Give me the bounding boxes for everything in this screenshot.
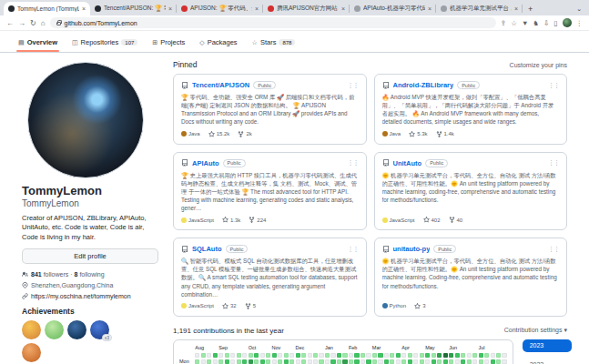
contribution-cell[interactable] bbox=[432, 359, 436, 364]
contribution-cell[interactable] bbox=[337, 353, 341, 358]
reload-icon[interactable]: ↻ bbox=[30, 19, 36, 27]
browser-tab[interactable]: APIJSON: 🏆 零代码、全功能…× bbox=[177, 2, 263, 15]
repo-name-link[interactable]: APIAuto bbox=[192, 159, 219, 167]
contribution-cell[interactable] bbox=[384, 353, 389, 358]
download-icon[interactable]: ⇩ bbox=[543, 19, 549, 27]
badge-arctic-code-vault[interactable] bbox=[67, 320, 86, 339]
edit-profile-button[interactable]: Edit profile bbox=[22, 248, 158, 264]
contribution-cell[interactable] bbox=[284, 359, 289, 364]
tab-close-icon[interactable]: × bbox=[428, 5, 432, 12]
contribution-cell[interactable] bbox=[372, 359, 377, 364]
contribution-cell[interactable] bbox=[330, 353, 335, 358]
badge-starstruck[interactable] bbox=[22, 320, 41, 339]
contribution-cell[interactable] bbox=[491, 353, 495, 358]
repo-name-link[interactable]: UnitAuto bbox=[393, 159, 422, 167]
contribution-cell[interactable] bbox=[337, 359, 341, 364]
tab-close-icon[interactable]: × bbox=[514, 5, 518, 12]
repo-forks[interactable]: 5 bbox=[245, 303, 256, 309]
repo-stars[interactable]: 1.3k bbox=[222, 217, 240, 223]
contribution-cell[interactable] bbox=[496, 359, 501, 364]
tab-packages[interactable]: ◇Packages bbox=[194, 35, 242, 52]
contribution-cell[interactable] bbox=[278, 359, 282, 364]
back-icon[interactable]: ← bbox=[6, 19, 14, 27]
contribution-cell[interactable] bbox=[260, 353, 265, 358]
repo-stars[interactable]: 32 bbox=[222, 303, 237, 309]
contribution-cell[interactable] bbox=[408, 353, 412, 358]
tab-overview[interactable]: ▤Overview bbox=[13, 35, 63, 52]
contribution-cell[interactable] bbox=[284, 353, 289, 358]
browser-menu-icon[interactable]: ⋮ bbox=[576, 19, 584, 27]
contribution-cell[interactable] bbox=[313, 353, 318, 358]
repo-name-link[interactable]: Tencent/APIJSON bbox=[192, 81, 249, 89]
contribution-cell[interactable] bbox=[502, 353, 506, 358]
contribution-cell[interactable] bbox=[218, 359, 223, 364]
contribution-cell[interactable] bbox=[502, 359, 506, 364]
badge-galaxy-brain[interactable]: x3 bbox=[90, 320, 109, 339]
contribution-cell[interactable] bbox=[354, 353, 359, 358]
tab-list-chevron-icon[interactable]: ⌄ bbox=[576, 5, 585, 13]
contribution-cell[interactable] bbox=[349, 359, 353, 364]
contribution-cell[interactable] bbox=[225, 359, 229, 364]
repo-name-link[interactable]: SQLAuto bbox=[192, 245, 222, 253]
contribution-cell[interactable] bbox=[266, 353, 270, 358]
contribution-cell[interactable] bbox=[384, 359, 389, 364]
contribution-cell[interactable] bbox=[401, 353, 406, 358]
contribution-cell[interactable] bbox=[325, 359, 330, 364]
contribution-cell[interactable] bbox=[449, 353, 453, 358]
contribution-cell[interactable] bbox=[266, 359, 270, 364]
contribution-cell[interactable] bbox=[260, 359, 265, 364]
contribution-cell[interactable] bbox=[249, 353, 253, 358]
browser-tab[interactable]: APIAuto-机器学习零代码接口…× bbox=[350, 2, 436, 15]
contribution-cell[interactable] bbox=[213, 353, 218, 358]
bookmark-star-icon[interactable]: ☆ bbox=[511, 19, 517, 27]
browser-tab[interactable]: TommyLemon (TommyLemon) ·× bbox=[4, 2, 90, 15]
contribution-cell[interactable] bbox=[472, 353, 477, 358]
contribution-cell[interactable] bbox=[361, 353, 365, 358]
contribution-cell[interactable] bbox=[484, 353, 489, 358]
tab-stars[interactable]: ☆Stars878 bbox=[247, 35, 301, 52]
contribution-cell[interactable] bbox=[325, 353, 330, 358]
home-icon[interactable]: ⌂ bbox=[41, 19, 46, 27]
contribution-cell[interactable] bbox=[254, 353, 259, 358]
contribution-cell[interactable] bbox=[366, 359, 371, 364]
contribution-cell[interactable] bbox=[301, 353, 306, 358]
tab-close-icon[interactable]: × bbox=[341, 5, 345, 12]
contribution-cell[interactable] bbox=[242, 353, 247, 358]
contribution-cell[interactable] bbox=[289, 359, 294, 364]
contribution-cell[interactable] bbox=[413, 359, 418, 364]
tampermonkey-icon[interactable]: ▼ bbox=[522, 19, 528, 27]
contribution-cell[interactable] bbox=[272, 353, 277, 358]
address-bar[interactable]: github.com/TommyLemon bbox=[50, 17, 496, 28]
contribution-cell[interactable] bbox=[308, 353, 312, 358]
contribution-cell[interactable] bbox=[361, 359, 365, 364]
contribution-cell[interactable] bbox=[455, 353, 460, 358]
contribution-cell[interactable] bbox=[437, 359, 442, 364]
tab-close-icon[interactable]: × bbox=[82, 5, 86, 12]
share-icon[interactable]: ⇪ bbox=[501, 19, 506, 27]
contribution-cell[interactable] bbox=[390, 359, 394, 364]
contribution-cell[interactable] bbox=[372, 353, 377, 358]
contribution-cell[interactable] bbox=[301, 359, 306, 364]
contribution-cell[interactable] bbox=[195, 353, 199, 358]
contribution-cell[interactable] bbox=[366, 353, 371, 358]
drag-handle-icon[interactable]: ⋮⋮ bbox=[548, 159, 559, 167]
contribution-cell[interactable] bbox=[278, 353, 282, 358]
contribution-cell[interactable] bbox=[254, 359, 259, 364]
contribution-cell[interactable] bbox=[296, 359, 300, 364]
contribution-cell[interactable] bbox=[425, 359, 430, 364]
contribution-cell[interactable] bbox=[461, 359, 465, 364]
contribution-cell[interactable] bbox=[378, 353, 382, 358]
contribution-cell[interactable] bbox=[225, 353, 229, 358]
contribution-cell[interactable] bbox=[484, 359, 489, 364]
repo-forks[interactable]: 2k bbox=[238, 131, 251, 137]
contribution-cell[interactable] bbox=[432, 353, 436, 358]
drag-handle-icon[interactable]: ⋮⋮ bbox=[348, 246, 359, 253]
repo-stars[interactable]: 5.3k bbox=[409, 131, 427, 137]
contribution-cell[interactable] bbox=[201, 359, 206, 364]
tab-repositories[interactable]: ◫Repositories107 bbox=[66, 35, 143, 52]
repo-forks[interactable]: 1.4k bbox=[436, 131, 454, 137]
contribution-cell[interactable] bbox=[342, 353, 347, 358]
contribution-cell[interactable] bbox=[313, 359, 318, 364]
contribution-cell[interactable] bbox=[378, 359, 382, 364]
badge-pair-extraordinaire[interactable] bbox=[45, 320, 64, 339]
